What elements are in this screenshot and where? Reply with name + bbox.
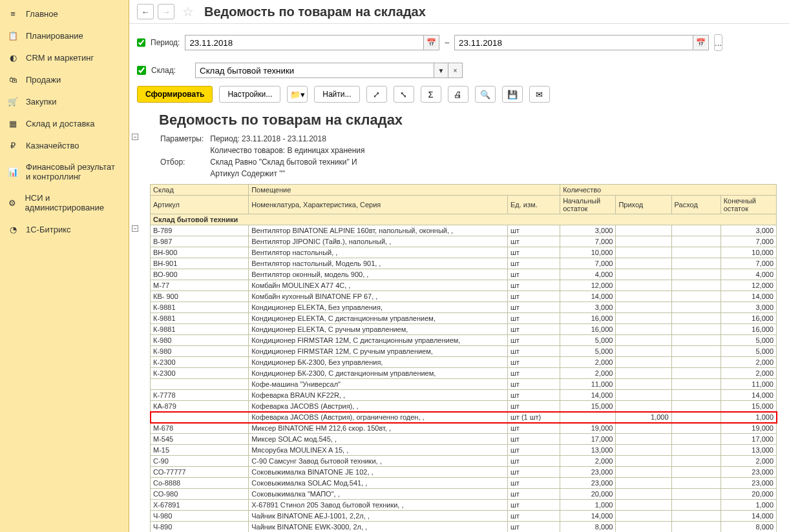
sidebar-icon: 🛍 — [8, 74, 18, 85]
sidebar-item-8[interactable]: ⚙НСИ и администрирование — [0, 187, 129, 218]
table-row[interactable]: Ч-890Чайник BINATONE EWK-3000, 2л, ,шт8,… — [151, 522, 777, 533]
sidebar-item-label: 1С-Битрикс — [26, 225, 71, 234]
sidebar-item-4[interactable]: 🛒Закупки — [0, 90, 129, 112]
table-row[interactable]: СО-980Соковыжималка "МАПО", ,шт20,00020,… — [151, 489, 777, 500]
date-from-input[interactable] — [185, 35, 424, 50]
table-row[interactable]: СО-77777Соковыжималка BINATONE JE 102, ,… — [151, 467, 777, 478]
sidebar-icon: 📊 — [8, 167, 18, 177]
sidebar-icon: ◐ — [8, 52, 18, 63]
sidebar-item-label: Продажи — [26, 75, 61, 85]
sklad-input[interactable] — [195, 63, 434, 78]
date-from-calendar-icon[interactable]: 📅 — [424, 35, 439, 50]
table-row[interactable]: КВ- 900Комбайн кухонный BINATONE FP 67, … — [151, 291, 777, 302]
main-area: ← → ☆ Ведомость по товарам на складах Пе… — [129, 0, 789, 532]
report-params: Параметры:Период: 23.11.2018 - 23.11.201… — [137, 132, 372, 180]
table-row[interactable]: ВН-901Вентилятор настольный, Модель 901,… — [151, 258, 777, 269]
collapse-params-icon[interactable]: − — [132, 134, 138, 140]
sklad-checkbox[interactable] — [137, 66, 146, 75]
table-row[interactable]: М-545Миксер SOLAC мод.545, ,шт17,00017,0… — [151, 434, 777, 445]
group-row[interactable]: Склад бытовой техники — [151, 214, 777, 225]
find-button[interactable]: Найти... — [314, 86, 359, 103]
preview-button[interactable]: 🔍 — [475, 86, 496, 103]
period-label: Период: — [151, 38, 180, 47]
sidebar-item-label: НСИ и администрирование — [25, 193, 121, 212]
params-panel: Период: 📅 – 📅 ... Детализация до регистр… — [129, 24, 789, 83]
table-row[interactable]: Х-67891Х-67891 Стинол 205 Завод бытовой … — [151, 500, 777, 511]
period-checkbox[interactable] — [137, 38, 145, 47]
period-more-button[interactable]: ... — [714, 34, 722, 51]
favorite-star-icon[interactable]: ☆ — [182, 4, 194, 19]
page-title: Ведомость по товарам на складах — [204, 5, 426, 19]
topbar: ← → ☆ Ведомость по товарам на складах — [129, 0, 789, 24]
sidebar-item-label: Главное — [26, 9, 58, 19]
sidebar-item-label: Склад и доставка — [26, 119, 95, 128]
sidebar-icon: 📋 — [8, 30, 18, 41]
collapse-button[interactable]: ⤡ — [394, 86, 414, 103]
table-row[interactable]: М-678Миксер BINATONE HM 212,6 скор. 150в… — [151, 423, 777, 434]
table-row[interactable]: Со-8888Соковыжималка SOLAC Мод.541, ,шт2… — [151, 478, 777, 489]
date-to-calendar-icon[interactable]: 📅 — [693, 35, 709, 50]
table-row[interactable]: К-980Кондиционер FIRMSTAR 12M, С ручным … — [151, 346, 777, 357]
table-row[interactable]: Кофеварка JACOBS (Австрия), ограниченно … — [151, 412, 777, 423]
sidebar-item-7[interactable]: 📊Финансовый результат и контроллинг — [0, 156, 129, 187]
print-button[interactable]: 🖨 — [448, 86, 468, 103]
report-area: − Ведомость по товарам на складах Параме… — [129, 109, 789, 532]
table-row[interactable]: К-980Кондиционер FIRMSTAR 12M, С дистанц… — [151, 335, 777, 346]
sidebar-icon: 🛒 — [8, 96, 18, 107]
table-row[interactable]: К-2300Кондиционер БК-2300, Без управлени… — [151, 357, 777, 368]
expand-button[interactable]: ⤢ — [366, 86, 387, 103]
table-row[interactable]: Ч-980Чайник BINATONE AEJ-1001, 2,2л, ,шт… — [151, 511, 777, 522]
sklad-dropdown-icon[interactable]: ▼ — [434, 63, 448, 78]
email-button[interactable]: ✉ — [529, 86, 550, 103]
date-dash: – — [445, 38, 449, 47]
table-row[interactable]: К-7778Кофеварка BRAUN KF22R, ,шт14,00014… — [151, 390, 777, 401]
table-row[interactable]: М-77Комбайн MOULINEX A77 4C, ,шт12,00012… — [151, 280, 777, 291]
form-button[interactable]: Сформировать — [137, 86, 213, 103]
sidebar-icon: ≡ — [8, 8, 18, 19]
sklad-label: Склад: — [151, 66, 190, 75]
table-row[interactable]: В-789Вентилятор BINATONE ALPINE 160вт, н… — [151, 225, 777, 236]
table-row[interactable]: М-15Мясорубка MOULINEX A 15, ,шт13,00013… — [151, 445, 777, 456]
table-row[interactable]: К-9881Кондиционер ELEKTA, С дистанционны… — [151, 313, 777, 324]
sidebar-item-1[interactable]: 📋Планирование — [0, 25, 129, 46]
sidebar-item-label: Планирование — [26, 31, 83, 41]
table-row[interactable]: К-9881Кондиционер ELEKTA, С ручным управ… — [151, 324, 777, 335]
nav-forward-button[interactable]: → — [158, 4, 174, 19]
sidebar-icon: ▦ — [8, 118, 18, 128]
sidebar-item-label: Финансовый результат и контроллинг — [26, 162, 121, 181]
table-row[interactable]: ВО-900Вентилятор оконный, модель 900, ,ш… — [151, 269, 777, 280]
nav-back-button[interactable]: ← — [137, 4, 154, 19]
sidebar-item-9[interactable]: ◔1С-Битрикс — [0, 218, 129, 240]
sidebar-item-6[interactable]: ₽Казначейство — [0, 134, 129, 156]
table-row[interactable]: В-987Вентилятор JIPONIC (Тайв.), напольн… — [151, 236, 777, 247]
sidebar: ≡Главное📋Планирование◐CRM и маркетинг🛍Пр… — [0, 0, 129, 532]
sidebar-item-3[interactable]: 🛍Продажи — [0, 68, 129, 90]
table-row[interactable]: ВН-900Вентилятор настольный, ,шт10,00010… — [151, 247, 777, 258]
sidebar-item-label: Закупки — [26, 97, 56, 107]
report-table: Склад Помещение Количество Артикул Номен… — [150, 184, 777, 532]
table-row[interactable]: К-9881Кондиционер ELEKTA, Без управления… — [151, 302, 777, 313]
sidebar-icon: ₽ — [8, 140, 18, 150]
table-row[interactable]: С-90С-90 Самсунг Завод бытовой техники, … — [151, 456, 777, 467]
toolbar: Сформировать Настройки... 📁▾ Найти... ⤢ … — [129, 83, 789, 109]
sidebar-item-label: CRM и маркетинг — [26, 53, 94, 63]
sum-button[interactable]: Σ — [421, 86, 441, 103]
sklad-clear-icon[interactable]: × — [448, 63, 463, 78]
sidebar-item-0[interactable]: ≡Главное — [0, 3, 129, 25]
settings-button[interactable]: Настройки... — [219, 86, 280, 103]
collapse-group-icon[interactable]: − — [132, 225, 138, 232]
sidebar-item-5[interactable]: ▦Склад и доставка — [0, 112, 129, 134]
date-to-input[interactable] — [454, 35, 693, 50]
sidebar-icon: ◔ — [8, 224, 18, 234]
report-title: Ведомость по товарам на складах — [137, 109, 781, 132]
table-row[interactable]: К-2300Кондиционер БК-2300, С дистанционн… — [151, 368, 777, 379]
variants-button[interactable]: 📁▾ — [287, 86, 308, 103]
sidebar-item-label: Казначейство — [26, 141, 79, 150]
sidebar-item-2[interactable]: ◐CRM и маркетинг — [0, 46, 129, 68]
table-row[interactable]: Кофе-машина "Универсал"шт11,00011,000 — [151, 379, 777, 390]
sidebar-icon: ⚙ — [8, 198, 17, 208]
save-button[interactable]: 💾 — [502, 86, 523, 103]
table-row[interactable]: КА-879Кофеварка JACOBS (Австрия), ,шт15,… — [151, 401, 777, 412]
